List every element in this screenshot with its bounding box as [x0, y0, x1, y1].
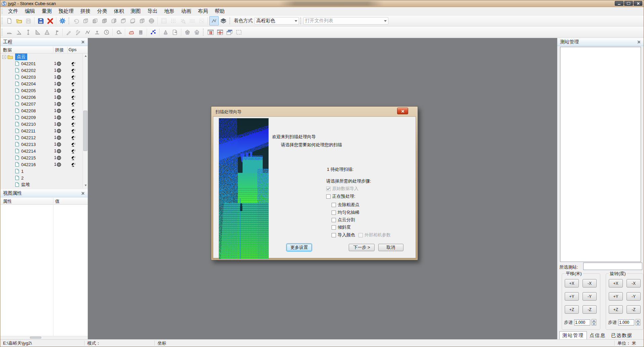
more-settings-button[interactable]: 更多设置 — [287, 244, 312, 251]
draw-pen-icon[interactable] — [64, 28, 74, 37]
tree-item-scan[interactable]: 042203 1 — [0, 74, 83, 80]
tree-item-extra[interactable]: 1 — [0, 168, 83, 175]
grid-region-icon[interactable] — [197, 16, 206, 26]
shading-mode-select[interactable]: 高程彩色 — [255, 17, 299, 25]
tree-item-scan[interactable]: 042208 1 — [0, 107, 83, 114]
menu-item[interactable]: 预处理 — [55, 7, 77, 15]
selected-station-input[interactable] — [583, 263, 642, 270]
spin-down-icon[interactable] — [592, 322, 596, 325]
delete-icon[interactable] — [45, 16, 55, 26]
view-cube-bottom-icon[interactable] — [128, 16, 137, 26]
column-attribute[interactable]: 属性 — [3, 198, 12, 204]
menu-item[interactable]: 拼接 — [77, 7, 94, 15]
draw-hatch-icon[interactable] — [74, 28, 83, 37]
tree-scrollbar[interactable] — [83, 53, 88, 188]
block-tool-icon[interactable] — [136, 28, 145, 37]
rotate-step-input[interactable] — [618, 319, 634, 325]
tree-item-scan[interactable]: 042204 1 — [0, 80, 83, 87]
scroll-up-icon[interactable] — [83, 53, 88, 59]
mesh-wire-icon[interactable] — [192, 28, 202, 37]
window-new-icon[interactable] — [234, 28, 244, 37]
menu-item[interactable]: 量测 — [38, 7, 55, 15]
menu-item[interactable]: 分类 — [94, 7, 111, 15]
tab-point-info[interactable]: 点信息 — [587, 332, 608, 340]
tree-item-scan[interactable]: 042202 1 — [0, 67, 83, 74]
save-project-icon[interactable] — [24, 16, 33, 26]
tree-item-scan[interactable]: 042205 1 — [0, 87, 83, 94]
window-split-quad-icon[interactable] — [215, 28, 225, 37]
measure-height-icon[interactable] — [24, 28, 33, 37]
checkbox-icon[interactable] — [332, 218, 336, 222]
tree-item-extra[interactable]: 盐堆 — [0, 181, 83, 188]
layers-view-icon[interactable] — [219, 16, 228, 26]
view-cube-iso-icon[interactable] — [137, 16, 147, 26]
measure-angle-icon[interactable] — [14, 28, 24, 37]
translate-axis-button[interactable]: +X — [565, 279, 579, 287]
new-project-icon[interactable] — [5, 16, 14, 26]
translate-step-input[interactable] — [574, 319, 590, 325]
tree-item-scan[interactable]: 042216 1 — [0, 161, 83, 168]
tree-item-scan[interactable]: 042206 1 — [0, 94, 83, 101]
checkbox-icon[interactable] — [326, 187, 331, 191]
tree-item-scan[interactable]: 042215 1 — [0, 154, 83, 161]
column-value[interactable]: 值 — [55, 198, 59, 204]
export-page-icon[interactable] — [170, 28, 180, 37]
rotate-axis-button[interactable]: +Y — [609, 292, 623, 301]
column-data[interactable]: 数据 — [3, 47, 12, 53]
measure-right-angle-icon[interactable] — [33, 28, 42, 37]
tree-root-pointcloud[interactable]: 点云 — [0, 53, 83, 60]
translate-axis-button[interactable]: +Z — [565, 305, 579, 314]
tree-item-scan[interactable]: 042209 1 — [0, 114, 83, 121]
spin-up-icon[interactable] — [592, 319, 596, 322]
rotate-axis-button[interactable]: +X — [609, 279, 623, 287]
tree-item-scan[interactable]: 042212 1 — [0, 134, 83, 141]
import-data-icon[interactable] — [36, 16, 45, 26]
draw-polyline-icon[interactable] — [83, 28, 92, 37]
menu-item[interactable]: 地形 — [161, 7, 178, 15]
rotate-axis-button[interactable]: -Z — [627, 305, 641, 314]
spin-up-icon[interactable] — [636, 319, 640, 322]
checkbox-icon[interactable] — [326, 194, 331, 199]
next-button[interactable]: 下一步 > — [349, 244, 375, 251]
checkbox-icon[interactable] — [358, 233, 363, 237]
close-icon[interactable] — [81, 191, 85, 195]
open-project-icon[interactable] — [14, 16, 24, 26]
tree-item-scan[interactable]: 042213 1 — [0, 141, 83, 148]
measure-marker-icon[interactable] — [52, 28, 61, 37]
tree-item-extra[interactable]: 2 — [0, 175, 83, 181]
menu-item[interactable]: 体积 — [111, 7, 127, 15]
undo-view-icon[interactable] — [72, 16, 81, 26]
scroll-down-icon[interactable] — [83, 183, 88, 188]
menu-item[interactable]: 测图 — [127, 7, 144, 15]
measure-area-icon[interactable] — [42, 28, 52, 37]
view-cube-back-icon[interactable] — [119, 16, 128, 26]
tree-item-scan[interactable]: 042207 1 — [0, 101, 83, 107]
translate-axis-button[interactable]: -X — [583, 279, 597, 287]
close-button[interactable] — [634, 1, 642, 6]
window-cascade-icon[interactable] — [225, 28, 234, 37]
grid-snap-icon[interactable] — [159, 16, 169, 26]
mesh-solid-icon[interactable] — [183, 28, 192, 37]
scrollbar-thumb[interactable] — [30, 337, 41, 339]
checkbox-icon[interactable] — [332, 203, 336, 207]
menu-item[interactable]: 动画 — [178, 7, 195, 15]
tree-item-scan[interactable]: 042210 1 — [0, 121, 83, 127]
view-cube-top-icon[interactable] — [81, 16, 90, 26]
process-gear-icon[interactable] — [114, 28, 124, 37]
scrollbar-thumb[interactable] — [83, 111, 87, 151]
view-sphere-icon[interactable] — [147, 16, 156, 26]
settings-gear-icon[interactable] — [58, 16, 67, 26]
view-cube-right-icon[interactable] — [109, 16, 119, 26]
menu-item[interactable]: 导出 — [144, 7, 161, 15]
close-icon[interactable] — [637, 40, 641, 44]
maximize-button[interactable] — [624, 1, 633, 6]
tree-item-scan[interactable]: 042201 1 — [0, 60, 83, 67]
grid-points-icon[interactable] — [169, 16, 178, 26]
column-gps[interactable]: Gps — [69, 47, 77, 52]
checkbox-icon[interactable] — [332, 233, 336, 237]
tab-selected-data[interactable]: 已选数据 — [608, 332, 635, 340]
window-split-vertical-icon[interactable] — [206, 28, 215, 37]
view-cube-front-icon[interactable] — [90, 16, 100, 26]
rotate-axis-button[interactable]: +Z — [609, 305, 623, 314]
volume-cone-icon[interactable] — [161, 28, 170, 37]
